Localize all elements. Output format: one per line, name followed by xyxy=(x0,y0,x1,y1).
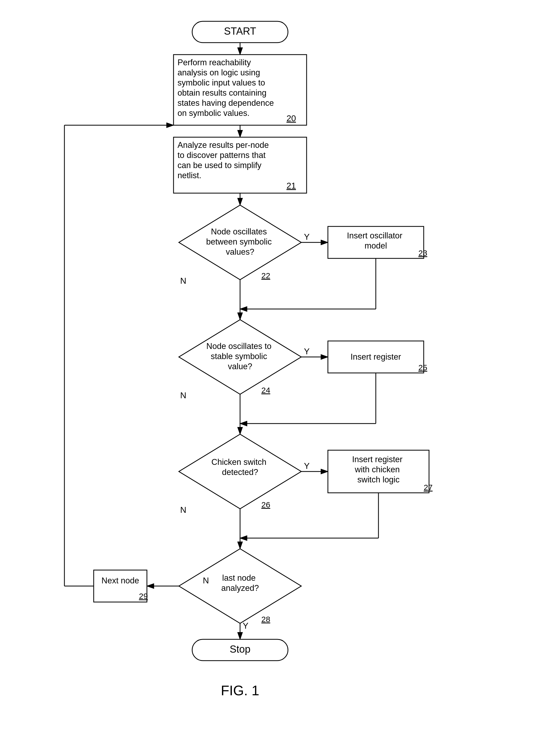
step20-num: 20 xyxy=(286,113,296,123)
y-label-22: Y xyxy=(304,232,309,242)
diagram-container: START Perform reachability analysis on l… xyxy=(0,11,544,725)
diamond22-num: 22 xyxy=(262,271,270,280)
start-label: START xyxy=(224,26,256,37)
fig-label: FIG. 1 xyxy=(221,683,259,698)
y-label-28: Y xyxy=(243,621,248,631)
box29-text: Next node xyxy=(101,576,139,585)
box25-text: Insert register xyxy=(350,352,401,361)
y-label-24: Y xyxy=(304,347,309,356)
box27-num: 27 xyxy=(424,483,432,492)
box23-num: 23 xyxy=(418,249,427,257)
n-label-22: N xyxy=(180,276,186,286)
flowchart: START Perform reachability analysis on l… xyxy=(32,11,512,725)
box29-num: 29 xyxy=(139,592,148,600)
n-label-26: N xyxy=(180,505,186,515)
n-label-28: N xyxy=(203,576,209,585)
diamond28-num: 28 xyxy=(262,615,270,624)
step21-num: 21 xyxy=(286,181,296,190)
page: START Perform reachability analysis on l… xyxy=(0,0,544,756)
box25-num: 25 xyxy=(418,363,427,372)
y-label-26: Y xyxy=(304,461,309,471)
box27-text: Insert register with chicken switch logi… xyxy=(352,455,405,484)
stop-label: Stop xyxy=(230,644,251,655)
diamond24-num: 24 xyxy=(262,386,270,395)
n-label-24: N xyxy=(180,391,186,400)
diamond26-num: 26 xyxy=(262,500,270,509)
